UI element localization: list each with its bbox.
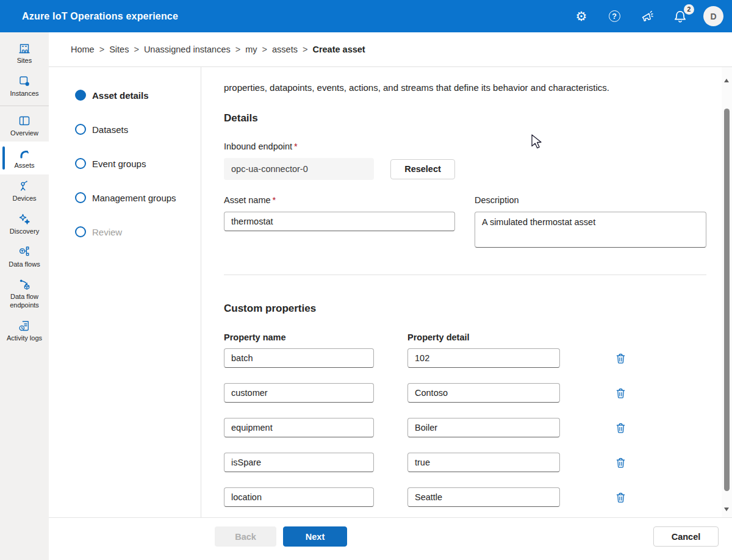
sidebar-item-data-flows[interactable]: Data flows [0, 240, 49, 273]
sidebar-item-data-flow-endpoints[interactable]: Data flow endpoints [0, 273, 49, 314]
gear-icon: ⚙ [576, 10, 587, 23]
breadcrumb-separator: > [235, 45, 240, 54]
step-indicator [75, 158, 86, 169]
property-name-input[interactable] [224, 383, 374, 403]
sidebar-item-assets[interactable]: Assets [0, 142, 49, 174]
description-label: Description [475, 195, 706, 205]
top-app-bar: Azure IoT Operations experience ⚙ ? 2 D [0, 0, 732, 32]
delete-property-button[interactable] [614, 422, 626, 434]
step-indicator [75, 124, 86, 135]
delete-property-button[interactable] [614, 387, 626, 399]
asset-name-label: Asset name* [224, 195, 455, 205]
delete-property-button[interactable] [614, 491, 626, 503]
breadcrumb-separator: > [262, 45, 267, 54]
sidebar-item-label: Activity logs [7, 334, 42, 343]
step-management-groups[interactable]: Management groups [75, 192, 201, 203]
step-label: Asset details [92, 90, 149, 101]
left-nav-sidebar: Sites Instances Overview Assets [0, 32, 49, 560]
breadcrumb-unassigned-instances[interactable]: Unassigned instances [144, 45, 231, 54]
assets-icon [18, 146, 31, 160]
required-asterisk: * [273, 195, 276, 205]
sidebar-item-sites[interactable]: Sites [0, 37, 49, 70]
next-button[interactable]: Next [283, 526, 347, 547]
breadcrumb-current-page: Create asset [312, 45, 365, 54]
sidebar-item-discovery[interactable]: Discovery [0, 207, 49, 240]
help-icon: ? [609, 10, 620, 22]
custom-property-row [224, 348, 706, 368]
sidebar-item-label: Data flows [9, 260, 40, 269]
sidebar-item-instances[interactable]: Instances [0, 70, 49, 102]
property-name-input[interactable] [224, 487, 374, 507]
description-input[interactable] [475, 212, 706, 248]
instances-icon [18, 74, 31, 88]
step-indicator [75, 192, 86, 203]
data-flow-endpoints-icon [18, 278, 31, 291]
sidebar-divider [0, 106, 49, 106]
sidebar-item-label: Assets [14, 162, 34, 170]
cancel-button[interactable]: Cancel [653, 526, 719, 547]
section-divider [224, 275, 706, 275]
asset-name-label-text: Asset name [224, 195, 271, 205]
announcements-button[interactable] [637, 7, 657, 26]
trash-icon [615, 492, 626, 503]
sidebar-item-label: Data flow endpoints [6, 293, 43, 310]
sidebar-item-label: Discovery [10, 228, 39, 236]
step-label: Management groups [92, 193, 176, 203]
details-heading: Details [224, 112, 706, 124]
help-button[interactable]: ? [605, 7, 624, 26]
property-detail-input[interactable] [407, 383, 560, 403]
sidebar-item-label: Overview [10, 129, 38, 138]
devices-icon [18, 179, 31, 193]
step-review[interactable]: Review [75, 226, 201, 237]
trash-icon [615, 457, 626, 468]
sidebar-item-devices[interactable]: Devices [0, 174, 49, 207]
sidebar-item-overview[interactable]: Overview [0, 109, 49, 142]
custom-property-row [224, 453, 706, 472]
property-name-input[interactable] [224, 453, 374, 472]
breadcrumb-separator: > [134, 45, 138, 54]
custom-property-row [224, 418, 706, 437]
property-detail-input[interactable] [407, 487, 560, 507]
step-datasets[interactable]: Datasets [75, 124, 201, 135]
notification-count-badge: 2 [684, 4, 694, 15]
custom-properties-heading: Custom properties [224, 303, 706, 315]
breadcrumb: Home > Sites > Unassigned instances > my… [49, 32, 732, 67]
reselect-button[interactable]: Reselect [390, 159, 455, 179]
step-event-groups[interactable]: Event groups [75, 158, 201, 169]
asset-name-input[interactable] [224, 212, 455, 231]
step-label: Datasets [92, 124, 128, 135]
intro-text: properties, datapoints, events, actions,… [224, 82, 706, 93]
breadcrumb-separator: > [303, 45, 307, 54]
topbar-actions: ⚙ ? 2 D [572, 6, 723, 26]
sidebar-item-activity-logs[interactable]: Activity logs [0, 314, 49, 347]
scrollbar-up-arrow[interactable] [724, 79, 729, 82]
wizard-footer: Back Next Cancel [49, 517, 732, 560]
megaphone-icon [640, 9, 655, 24]
delete-property-button[interactable] [614, 456, 626, 468]
breadcrumb-home[interactable]: Home [71, 45, 95, 54]
inbound-endpoint-label: Inbound endpoint* [224, 142, 706, 151]
breadcrumb-assets[interactable]: assets [272, 45, 298, 54]
property-name-input[interactable] [224, 418, 374, 437]
avatar[interactable]: D [703, 6, 723, 26]
settings-button[interactable]: ⚙ [572, 7, 591, 26]
breadcrumb-my[interactable]: my [245, 45, 257, 54]
sidebar-item-label: Sites [17, 57, 32, 65]
delete-property-button[interactable] [614, 352, 626, 364]
property-detail-input[interactable] [407, 453, 560, 472]
overview-icon [18, 114, 31, 127]
sidebar-item-label: Instances [10, 90, 38, 98]
scrollbar-thumb[interactable] [724, 109, 730, 491]
breadcrumb-separator: > [99, 45, 104, 54]
back-button[interactable]: Back [215, 526, 276, 547]
inbound-endpoint-field [224, 158, 374, 180]
property-detail-input[interactable] [407, 418, 560, 437]
step-asset-details[interactable]: Asset details [75, 90, 201, 101]
inbound-endpoint-label-text: Inbound endpoint [224, 142, 292, 151]
notifications-button[interactable]: 2 [670, 7, 690, 26]
scrollbar-down-arrow[interactable] [724, 508, 729, 511]
trash-icon [615, 422, 626, 434]
property-name-input[interactable] [224, 348, 374, 368]
property-detail-input[interactable] [407, 348, 560, 368]
breadcrumb-sites[interactable]: Sites [109, 45, 129, 54]
